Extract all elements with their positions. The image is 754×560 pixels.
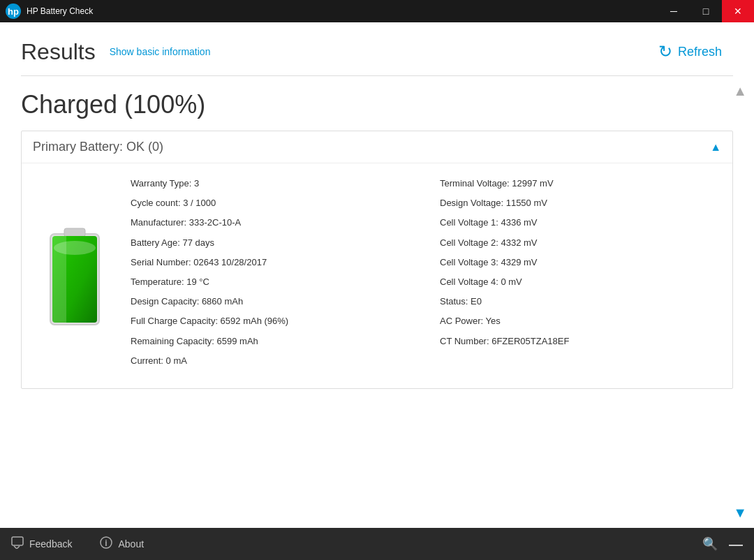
- list-item: Design Voltage: 11550 mV: [440, 197, 721, 209]
- list-item: Current: 0 mA: [131, 355, 412, 367]
- show-basic-information-link[interactable]: Show basic information: [110, 46, 211, 57]
- svg-text:hp: hp: [8, 6, 19, 17]
- feedback-label: Feedback: [29, 538, 72, 550]
- svg-text:i: i: [105, 538, 108, 548]
- list-item: Cell Voltage 2: 4332 mV: [440, 237, 721, 249]
- feedback-icon: [11, 536, 24, 552]
- close-button[interactable]: ✕: [722, 0, 754, 22]
- list-item: Remaining Capacity: 6599 mAh: [131, 335, 412, 348]
- list-item: AC Power: Yes: [440, 315, 721, 327]
- feedback-button[interactable]: Feedback: [11, 536, 72, 552]
- footer: Feedback i About 🔍 —: [0, 528, 754, 560]
- list-item: Battery Age: 77 days: [131, 237, 412, 249]
- results-title: Results: [21, 39, 96, 65]
- header-left: Results Show basic information: [21, 39, 210, 65]
- results-area: Charged (100%) Primary Battery: OK (0) ▲: [0, 76, 754, 528]
- battery-details: Warranty Type: 3 Cycle count: 3 / 1000 M…: [22, 163, 732, 388]
- footer-right: 🔍 —: [702, 536, 743, 552]
- refresh-label: Refresh: [678, 45, 722, 59]
- list-item: Warranty Type: 3: [131, 177, 412, 190]
- list-item: Cell Voltage 3: 4329 mV: [440, 256, 721, 269]
- list-item: Cycle count: 3 / 1000: [131, 197, 412, 209]
- title-bar-left: hp HP Battery Check: [6, 3, 93, 19]
- refresh-button[interactable]: ↻ Refresh: [647, 36, 733, 67]
- battery-icon: [40, 220, 110, 332]
- zoom-out-icon[interactable]: —: [729, 536, 743, 552]
- title-bar: hp HP Battery Check ─ □ ✕: [0, 0, 754, 22]
- minimize-button[interactable]: ─: [658, 0, 690, 22]
- svg-point-6: [54, 241, 96, 255]
- main-content: Results Show basic information ↻ Refresh…: [0, 22, 754, 528]
- app-title: HP Battery Check: [27, 6, 93, 16]
- battery-section: Primary Battery: OK (0) ▲: [21, 131, 733, 389]
- list-item: Design Capacity: 6860 mAh: [131, 295, 412, 308]
- svg-rect-3: [64, 228, 85, 237]
- list-item: Full Charge Capacity: 6592 mAh (96%): [131, 315, 412, 327]
- about-label: About: [118, 538, 144, 550]
- collapse-icon[interactable]: ▲: [710, 141, 721, 154]
- zoom-in-icon[interactable]: 🔍: [702, 536, 718, 552]
- info-column-right: Terminal Voltage: 12997 mV Design Voltag…: [440, 177, 721, 374]
- window-controls: ─ □ ✕: [658, 0, 754, 22]
- charged-status-title: Charged (100%): [21, 90, 733, 119]
- refresh-icon: ↻: [658, 42, 672, 61]
- scroll-up-icon[interactable]: ▲: [733, 83, 747, 99]
- scroll-down-icon[interactable]: ▼: [733, 505, 747, 521]
- list-item: Temperature: 19 °C: [131, 276, 412, 288]
- battery-image-container: [33, 177, 117, 374]
- battery-info-columns: Warranty Type: 3 Cycle count: 3 / 1000 M…: [131, 177, 721, 374]
- info-column-left: Warranty Type: 3 Cycle count: 3 / 1000 M…: [131, 177, 412, 374]
- primary-battery-label: Primary Battery: OK (0): [33, 140, 163, 154]
- hp-logo-icon: hp: [6, 3, 21, 19]
- list-item: Terminal Voltage: 12997 mV: [440, 177, 721, 190]
- about-icon: i: [100, 536, 112, 552]
- list-item: CT Number: 6FZER05TZA18EF: [440, 335, 721, 348]
- list-item: Status: E0: [440, 295, 721, 308]
- about-button[interactable]: i About: [100, 536, 144, 552]
- header: Results Show basic information ↻ Refresh: [0, 22, 754, 67]
- maximize-button[interactable]: □: [690, 0, 722, 22]
- list-item: Manufacturer: 333-2C-10-A: [131, 216, 412, 229]
- list-item: Cell Voltage 1: 4336 mV: [440, 216, 721, 229]
- list-item: Cell Voltage 4: 0 mV: [440, 276, 721, 288]
- list-item: Serial Number: 02643 10/28/2017: [131, 256, 412, 269]
- svg-rect-7: [12, 537, 23, 545]
- battery-section-header: Primary Battery: OK (0) ▲: [22, 131, 732, 163]
